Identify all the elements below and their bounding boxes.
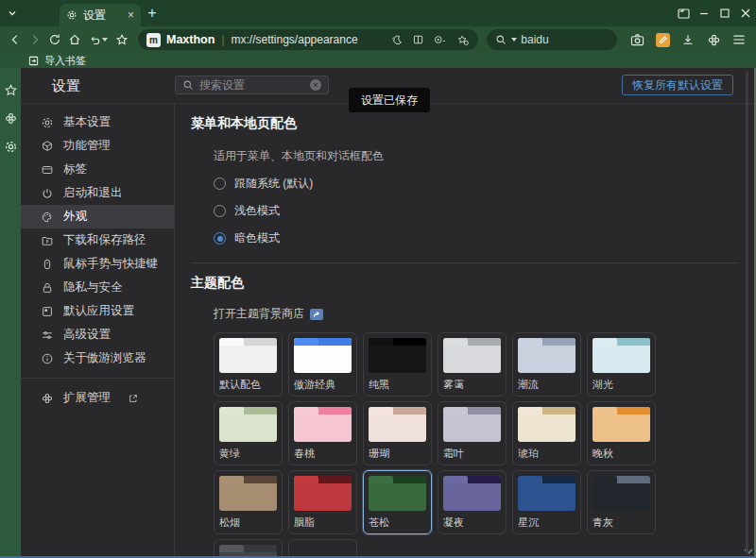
theme-card[interactable]: 默认配色	[214, 332, 283, 397]
theme-label: 傲游经典	[294, 378, 352, 392]
sidebar-item-tabs[interactable]: 标签	[21, 158, 174, 181]
sidebar-item-extensions[interactable]: 扩展管理	[21, 386, 174, 410]
theme-card[interactable]: 胭脂	[288, 470, 357, 534]
page-tools-icon[interactable]	[433, 34, 448, 45]
chevron-down-icon[interactable]	[511, 38, 517, 42]
clear-search-icon[interactable]: ×	[310, 79, 321, 91]
sidebar-item-advanced[interactable]: 高级设置	[21, 323, 174, 347]
theme-card[interactable]: 琥珀	[512, 401, 581, 465]
toolbar-right-icons	[627, 29, 748, 50]
mouse-icon	[41, 258, 54, 271]
sidebar-item-features[interactable]: 功能管理	[21, 134, 174, 158]
back-button[interactable]	[5, 29, 25, 50]
settings-search-box[interactable]: ×	[175, 76, 329, 94]
theme-store-link[interactable]: 打开主题背景商店	[214, 306, 739, 322]
radio-icon[interactable]	[214, 178, 226, 190]
downloads-icon[interactable]	[679, 29, 697, 50]
notes-icon[interactable]	[653, 29, 672, 50]
sliders-icon	[41, 329, 54, 342]
radio-icon-checked[interactable]	[214, 232, 226, 245]
theme-label: 琥珀	[518, 447, 576, 461]
quick-search-box[interactable]: baidu	[487, 29, 617, 50]
theme-card[interactable]: 暗夜	[214, 539, 283, 558]
open-store-icon[interactable]	[310, 309, 323, 320]
chevron-down-icon	[102, 38, 108, 42]
theme-grid: 默认配色 傲游经典 纯黑 雾霭	[214, 332, 739, 558]
theme-card[interactable]: 松烟	[214, 470, 283, 534]
theme-card[interactable]: 春桃	[288, 401, 357, 465]
minimize-button[interactable]	[694, 0, 714, 26]
new-tab-button[interactable]: +	[141, 0, 163, 26]
sidebar-item-privacy[interactable]: 隐私与安全	[21, 276, 174, 299]
sidebar-item-appearance[interactable]: 外观	[21, 205, 174, 228]
import-bookmarks-button[interactable]: 导入书签	[44, 54, 86, 68]
address-bar[interactable]: m Maxthon | mx://settings/appearance	[138, 29, 478, 50]
bookmarks-bar: 导入书签	[0, 53, 756, 68]
forward-button[interactable]	[25, 29, 44, 50]
theme-label: 珊瑚	[369, 447, 426, 461]
theme-card[interactable]: 青灰	[587, 470, 656, 534]
theme-card[interactable]: 纯黑	[363, 332, 432, 397]
sidebar-item-basic[interactable]: 基本设置	[21, 110, 174, 134]
radio-light-mode[interactable]: 浅色模式	[214, 203, 739, 219]
undo-closed-tabs-button[interactable]	[84, 29, 112, 50]
theme-card[interactable]: 晚秋	[587, 401, 656, 465]
search-engine-value[interactable]: baidu	[521, 33, 548, 46]
add-theme-button[interactable]	[288, 539, 357, 558]
tab-settings[interactable]: 设置 ×	[60, 4, 141, 26]
sidebar-item-about[interactable]: 关于傲游浏览器	[21, 347, 174, 370]
sidebar-item-default-apps[interactable]: 默认应用设置	[21, 299, 174, 323]
close-button[interactable]	[735, 0, 756, 26]
settings-search-input[interactable]	[199, 78, 304, 92]
screenshot-icon[interactable]	[627, 29, 646, 50]
sidebar-divider	[21, 378, 174, 379]
radio-dark-mode[interactable]: 暗色模式	[214, 230, 739, 246]
favorites-rail-icon[interactable]	[4, 83, 18, 97]
night-mode-icon[interactable]	[390, 34, 404, 46]
maxnote-rail-icon[interactable]	[4, 111, 18, 126]
power-icon	[41, 187, 54, 200]
theme-card[interactable]: 珊瑚	[363, 401, 432, 465]
theme-colors-title: 主题配色	[191, 275, 739, 292]
theme-card[interactable]: 霜叶	[438, 401, 507, 465]
workspace-icon[interactable]	[673, 0, 694, 26]
refresh-button[interactable]	[44, 29, 64, 50]
tab-list-button[interactable]	[0, 0, 25, 26]
settings-rail-icon[interactable]	[4, 140, 18, 154]
menu-icon[interactable]	[730, 29, 748, 50]
url-text[interactable]: mx://settings/appearance	[232, 33, 391, 46]
theme-card[interactable]: 凝夜	[438, 470, 507, 534]
theme-card[interactable]: 傲游经典	[288, 332, 357, 397]
home-button[interactable]	[64, 29, 84, 50]
nav-toolbar: m Maxthon | mx://settings/appearance bai…	[0, 26, 756, 53]
page-title: 设置	[52, 77, 80, 95]
add-favorite-icon[interactable]	[456, 34, 470, 46]
restore-defaults-button[interactable]: 恢复所有默认设置	[622, 75, 733, 95]
scroll-down-icon[interactable]	[743, 548, 754, 556]
address-bar-icons	[390, 34, 470, 46]
scrollbar-track[interactable]	[746, 71, 748, 554]
theme-card[interactable]: 黄绿	[214, 401, 283, 465]
theme-card[interactable]: 湖光	[587, 332, 656, 397]
extensions-icon[interactable]	[704, 29, 723, 50]
radio-follow-system[interactable]: 跟随系统 (默认)	[214, 176, 739, 192]
theme-swatch	[219, 407, 277, 442]
theme-label: 湖光	[593, 378, 650, 392]
theme-card[interactable]: 潮流	[512, 332, 581, 397]
radio-icon[interactable]	[214, 205, 226, 217]
reader-mode-icon[interactable]	[412, 34, 424, 45]
settings-app: 设置 × 恢复所有默认设置 设置已保存 基本设置 功能管理	[0, 68, 756, 558]
tab-close-icon[interactable]: ×	[128, 9, 134, 21]
theme-label: 青灰	[593, 516, 650, 530]
theme-card[interactable]: 星沉	[512, 470, 581, 534]
theme-card-selected[interactable]: 苍松	[363, 470, 432, 534]
settings-panel: 设置 × 恢复所有默认设置 设置已保存 基本设置 功能管理	[21, 68, 756, 558]
maximize-button[interactable]	[714, 0, 735, 26]
sidebar-item-gestures[interactable]: 鼠标手势与快捷键	[21, 252, 174, 276]
sidebar-item-downloads[interactable]: 下载和保存路径	[21, 228, 174, 252]
favorite-star-button[interactable]	[112, 29, 131, 50]
sidebar-item-startup[interactable]: 启动和退出	[21, 181, 174, 205]
appearance-content: 菜单和本地页配色 适用于菜单、本地页和对话框配色 跟随系统 (默认) 浅色模式 …	[175, 104, 756, 558]
theme-label: 凝夜	[443, 516, 501, 530]
theme-card[interactable]: 雾霭	[438, 332, 507, 397]
